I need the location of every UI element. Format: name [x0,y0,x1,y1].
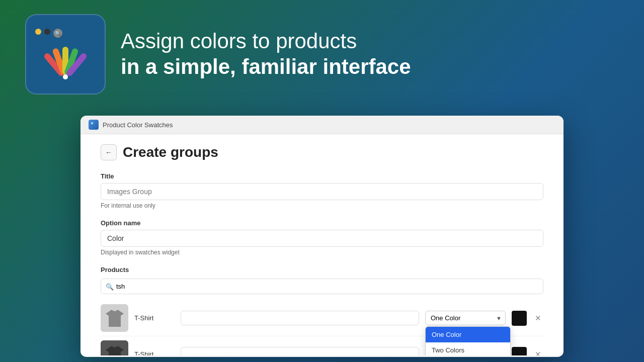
table-row: T-Shirt One Color Two Colors Image / Pat… [101,300,543,336]
dropdown-menu-1: One Color Two Colors Image / Pattern Pro… [425,326,511,355]
back-icon: ← [105,148,112,156]
product-search-input[interactable] [101,279,543,294]
titlebar: Product Color Swatches [80,116,564,134]
product-thumbnail-1 [101,304,128,332]
product-name-1: T-Shirt [134,314,175,322]
search-wrapper: 🔍 [101,279,543,294]
titlebar-label: Product Color Swatches [103,121,173,129]
dropdown-item-two-colors[interactable]: Two Colors [426,342,510,355]
title-section: Title For internal use only [101,172,543,209]
product-name-2: T-Shirt [134,350,175,355]
tshirt-svg-2 [105,345,125,356]
option-name-hint: Displayed in swatches widget [101,249,543,256]
dot-icon: 🔍 [53,29,62,38]
title-input[interactable] [101,183,543,200]
palette-fan [38,42,93,79]
app-logo-icon [90,121,97,128]
page-title: Create groups [123,144,218,160]
window-content: ← Create groups Title For internal use o… [80,134,564,355]
products-section: Products 🔍 T-Shirt One Color Two Color [101,266,543,355]
app-icon: 🔍 [25,14,106,95]
hero-title-line1: Assign colors to products [121,29,619,54]
option-name-section: Option name Displayed in swatches widget [101,219,543,256]
tshirt-svg-1 [105,309,125,328]
dot-black [44,29,50,35]
app-window: Product Color Swatches ← Create groups T… [80,116,564,357]
svg-point-5 [63,74,68,79]
hero-text: Assign colors to products in a simple, f… [121,29,619,79]
search-icon: 🔍 [106,283,114,290]
title-hint: For internal use only [101,202,543,209]
product-color-input-1[interactable] [181,311,419,325]
color-swatch-2 [512,347,527,356]
dropdown-item-one-color[interactable]: One Color [426,327,510,342]
product-type-select-1[interactable]: One Color Two Colors Image / Pattern Pro… [425,311,506,325]
svg-point-7 [92,123,93,124]
hero-section: 🔍 Assign colors to products in a sim [0,0,644,108]
option-name-input[interactable] [101,230,543,247]
icon-dots: 🔍 [31,29,62,38]
dot-yellow [35,29,41,35]
color-swatch-1 [512,311,527,326]
product-thumbnail-2 [101,340,128,355]
hero-title-line2: in a simple, familiar interface [121,54,619,79]
products-label: Products [101,266,543,274]
product-select-wrapper-1: One Color Two Colors Image / Pattern Pro… [425,311,506,325]
remove-button-1[interactable]: ✕ [533,314,543,323]
back-button[interactable]: ← [101,144,117,160]
remove-button-2[interactable]: ✕ [533,350,543,356]
titlebar-icon [89,120,99,130]
page-header: ← Create groups [101,144,543,160]
title-label: Title [101,172,543,180]
option-name-label: Option name [101,219,543,227]
product-color-input-2[interactable] [181,347,419,355]
